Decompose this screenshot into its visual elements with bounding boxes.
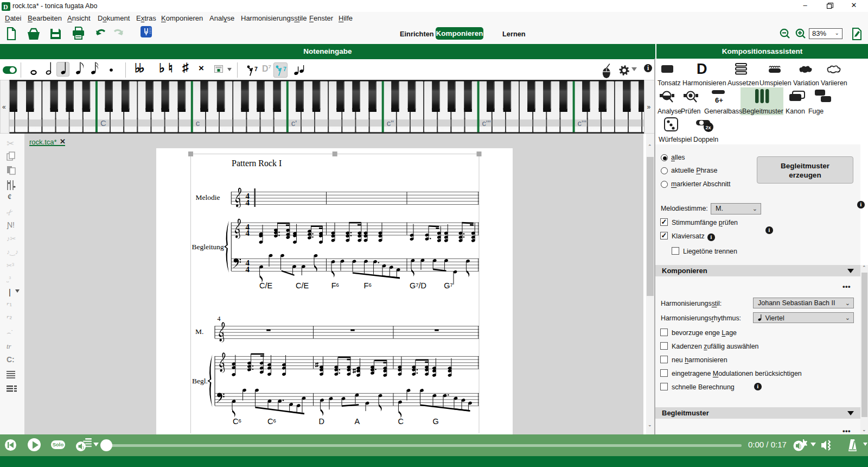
svg-text:4: 4 <box>218 315 221 323</box>
svg-text:Pattern Rock I: Pattern Rock I <box>232 159 282 168</box>
svg-text:F6: F6 <box>331 281 339 290</box>
svg-text:G: G <box>433 417 439 426</box>
svg-text:c''': c''' <box>482 118 491 128</box>
svg-text:C6: C6 <box>233 417 241 426</box>
svg-text:C/E: C/E <box>296 281 309 290</box>
svg-text:4: 4 <box>246 229 250 237</box>
svg-text:c': c' <box>291 118 297 128</box>
svg-text:M.: M. <box>195 327 203 336</box>
svg-text:4: 4 <box>246 265 250 274</box>
svg-text:»: » <box>647 103 651 111</box>
svg-text:Begl.: Begl. <box>192 377 208 385</box>
svg-text:«: « <box>2 103 6 111</box>
svg-text:A: A <box>355 417 360 426</box>
svg-text:): ) <box>800 444 801 449</box>
svg-text:Melodie: Melodie <box>196 193 220 201</box>
svg-text:G7: G7 <box>444 281 453 290</box>
svg-text:7: 7 <box>283 66 286 72</box>
svg-text:D: D <box>3 3 8 11</box>
svg-text:C: C <box>100 118 106 128</box>
svg-text:c'': c'' <box>387 118 394 128</box>
svg-text:4: 4 <box>246 198 250 207</box>
svg-text:c: c <box>196 118 200 128</box>
svg-text:C6: C6 <box>267 417 276 426</box>
svg-text:C/E: C/E <box>259 281 273 290</box>
svg-text:): ) <box>82 445 84 450</box>
svg-text:F6: F6 <box>364 281 372 290</box>
svg-text:C: C <box>398 417 404 426</box>
svg-text:Begleitung: Begleitung <box>192 243 224 251</box>
svg-text:2x: 2x <box>706 125 711 130</box>
svg-text:7: 7 <box>254 66 258 72</box>
svg-text:D: D <box>319 417 324 426</box>
svg-text:c'''': c'''' <box>578 118 588 128</box>
svg-text:G7/D: G7/D <box>410 281 426 290</box>
